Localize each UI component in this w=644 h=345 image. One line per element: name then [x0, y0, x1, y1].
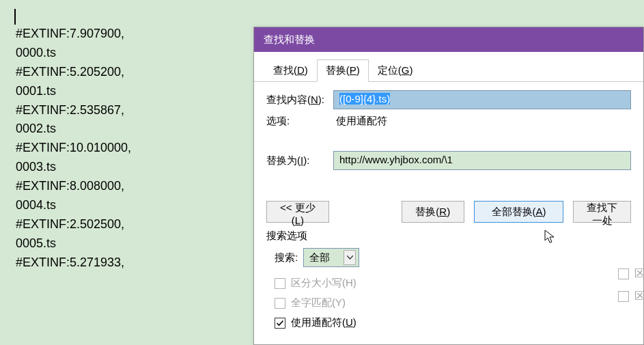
checkbox-match-case: 区分大小写(H) — [275, 277, 631, 290]
editor-line: 0000.ts — [16, 44, 131, 63]
editor-line: 0002.ts — [16, 120, 131, 139]
checkbox-icon — [618, 268, 629, 279]
editor-line: #EXTINF:2.535867, — [16, 101, 131, 120]
checkbox-wildcards[interactable]: 使用通配符(U) — [275, 316, 631, 329]
replace-button[interactable]: 替换(R) — [402, 201, 464, 223]
options-label: 选项: — [266, 115, 333, 128]
tab-find[interactable]: 查找(D) — [264, 59, 317, 82]
find-next-button[interactable]: 查找下一处 — [573, 201, 631, 223]
dialog-titlebar: 查找和替换 — [254, 27, 643, 52]
checkbox-right-2: 区 — [618, 290, 644, 303]
replace-with-label: 替换为(I): — [266, 154, 333, 167]
text-cursor — [14, 9, 16, 25]
tabs: 查找(D) 替换(P) 定位(G) — [264, 59, 643, 82]
editor-line: 0001.ts — [16, 82, 131, 101]
search-scope-label: 搜索: — [275, 251, 298, 264]
search-options-label: 搜索选项 — [266, 230, 643, 243]
replace-input[interactable]: http://www.yhjbox.com/\1 — [333, 151, 631, 170]
editor-line: 0005.ts — [16, 234, 131, 253]
checkbox-icon — [618, 291, 629, 302]
chevron-down-icon — [344, 250, 356, 265]
editor-line: 0003.ts — [16, 158, 131, 177]
dialog-title: 查找和替换 — [264, 33, 315, 45]
editor-line: #EXTINF:5.271933, — [16, 253, 131, 273]
editor-line: #EXTINF:5.205200, — [16, 63, 131, 82]
replace-all-button[interactable]: 全部替换(A) — [474, 201, 564, 223]
text-editor[interactable]: #EXTINF:7.907900,0000.ts#EXTINF:5.205200… — [16, 25, 131, 273]
checkbox-whole-word: 全字匹配(Y) — [275, 296, 631, 309]
checkbox-icon — [275, 278, 285, 289]
options-value: 使用通配符 — [333, 115, 387, 128]
checkbox-checked-icon — [275, 318, 285, 329]
editor-line: #EXTINF:2.502500, — [16, 215, 131, 234]
find-label: 查找内容(N): — [266, 94, 333, 107]
search-scope-select[interactable]: 全部 — [303, 248, 359, 267]
less-button[interactable]: << 更少(L) — [266, 201, 329, 223]
tab-replace[interactable]: 替换(P) — [317, 59, 369, 82]
editor-line: #EXTINF:8.008000, — [16, 177, 131, 196]
editor-line: #EXTINF:7.907900, — [16, 25, 131, 44]
find-replace-dialog: 查找和替换 查找(D) 替换(P) 定位(G) 查找内容(N): ([0-9]{… — [253, 27, 644, 345]
find-input[interactable]: ([0-9]{4}.ts) — [333, 90, 631, 109]
editor-line: #EXTINF:10.010000, — [16, 139, 131, 158]
checkbox-icon — [275, 298, 285, 309]
editor-line: 0004.ts — [16, 196, 131, 215]
tab-goto[interactable]: 定位(G) — [369, 59, 422, 82]
search-scope-value: 全部 — [309, 251, 330, 264]
checkbox-right-1: 区 — [618, 267, 644, 280]
